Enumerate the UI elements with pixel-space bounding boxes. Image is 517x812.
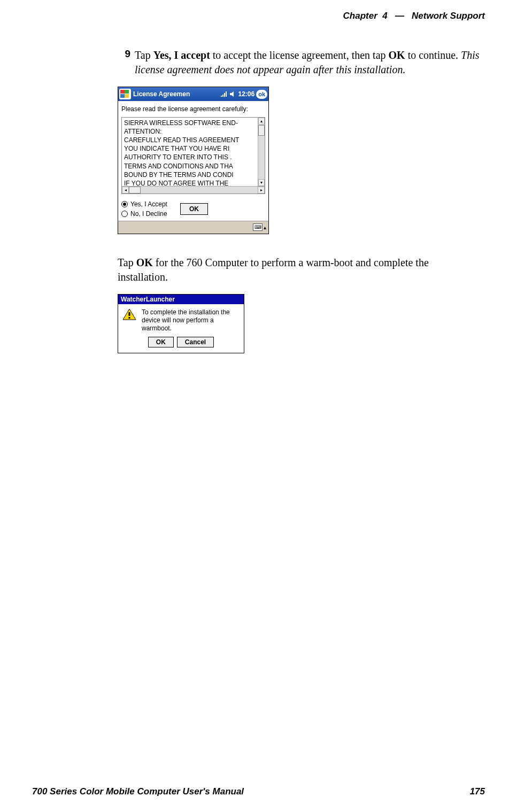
radio-no-label: No, I Decline: [130, 210, 167, 218]
connectivity-icon[interactable]: [220, 90, 227, 98]
dialog-message: To complete the installation the device …: [142, 308, 238, 332]
ok-label: OK: [389, 49, 405, 61]
scroll-left-arrow-icon[interactable]: ◂: [122, 187, 129, 194]
chapter-label: Chapter: [343, 11, 377, 21]
ppc-titlebar: License Agreemen 12:06 ok: [118, 87, 268, 101]
step-number: 9: [118, 48, 130, 77]
dialog-ok-button[interactable]: OK: [148, 337, 174, 347]
titlebar-ok-button[interactable]: ok: [256, 90, 267, 99]
svg-rect-0: [129, 312, 130, 316]
radio-no-decline[interactable]: No, I Decline: [121, 210, 167, 218]
vertical-scrollbar[interactable]: ▴ ▾: [258, 118, 265, 186]
license-agreement-screenshot: License Agreemen 12:06 ok Please read th…: [118, 87, 269, 234]
horizontal-scroll-thumb[interactable]: [129, 187, 141, 194]
vertical-scroll-thumb[interactable]: [258, 125, 265, 136]
license-text-content: SIERRA WIRELESS SOFTWARE END- ATTENTION:…: [122, 118, 265, 186]
speaker-icon[interactable]: [229, 90, 236, 98]
sip-up-arrow-icon[interactable]: ▴: [264, 225, 266, 230]
ppc-bottom-bar: ⌨ ▴: [118, 221, 268, 234]
paragraph-warmboot: Tap OK for the 760 Computer to perform a…: [118, 256, 480, 284]
scroll-right-arrow-icon[interactable]: ▸: [258, 187, 265, 194]
license-textbox: SIERRA WIRELESS SOFTWARE END- ATTENTION:…: [121, 117, 265, 194]
page-header: Chapter 4 — Network Support: [32, 11, 485, 21]
page-number: 175: [470, 786, 485, 797]
license-ok-button[interactable]: OK: [180, 203, 208, 215]
scroll-down-arrow-icon[interactable]: ▾: [258, 179, 265, 186]
chapter-title: Network Support: [412, 11, 485, 21]
radio-yes-accept[interactable]: Yes, I Accept: [121, 200, 167, 208]
dialog-titlebar: WatcherLauncher: [118, 295, 244, 304]
warning-icon: [122, 308, 136, 320]
ok-label-2: OK: [136, 257, 153, 268]
start-flag-icon[interactable]: [119, 89, 131, 99]
step-text: Tap Yes, I accept to accept the license …: [135, 48, 480, 77]
radio-selected-icon[interactable]: [121, 201, 128, 207]
radio-unselected-icon[interactable]: [121, 211, 128, 217]
keyboard-icon[interactable]: ⌨: [253, 223, 263, 231]
radio-yes-label: Yes, I Accept: [130, 200, 167, 208]
watcherlauncher-dialog: WatcherLauncher To complete the installa…: [118, 294, 244, 353]
yes-i-accept-label: Yes, I accept: [153, 49, 210, 61]
svg-rect-1: [129, 317, 130, 319]
ppc-window-title: License Agreemen: [133, 90, 218, 98]
chapter-number: 4: [382, 11, 387, 21]
manual-title: 700 Series Color Mobile Computer User's …: [32, 786, 244, 797]
dialog-cancel-button[interactable]: Cancel: [177, 337, 214, 347]
step-9: 9 Tap Yes, I accept to accept the licens…: [118, 48, 480, 77]
license-lead-text: Please read the license agreement carefu…: [121, 105, 265, 114]
clock-time: 12:06: [238, 90, 254, 98]
horizontal-scrollbar[interactable]: ◂ ▸: [122, 186, 265, 194]
scroll-up-arrow-icon[interactable]: ▴: [258, 118, 265, 125]
ppc-body: Please read the license agreement carefu…: [118, 101, 268, 221]
header-separator: —: [395, 11, 404, 21]
page-footer: 700 Series Color Mobile Computer User's …: [32, 786, 485, 797]
